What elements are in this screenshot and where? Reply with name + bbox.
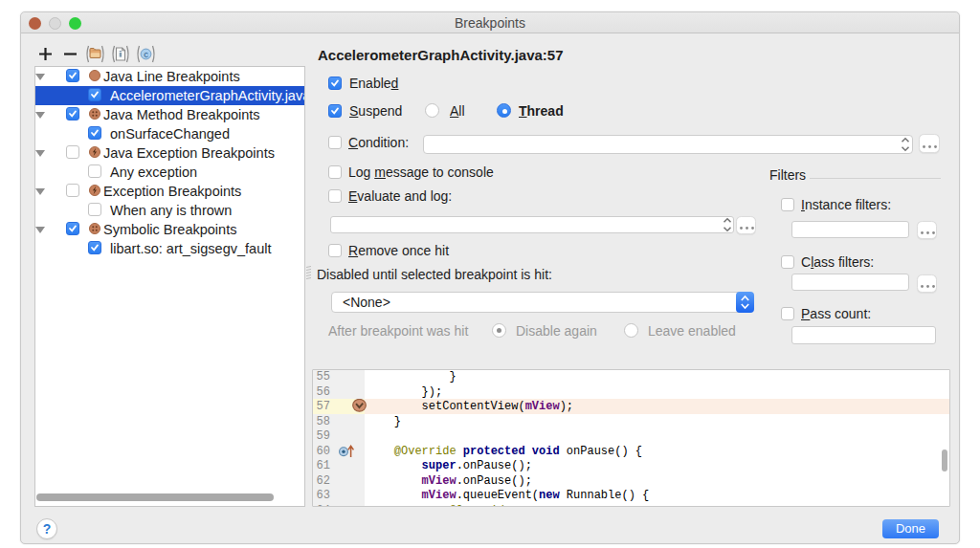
svg-text:c: c [144, 49, 148, 59]
